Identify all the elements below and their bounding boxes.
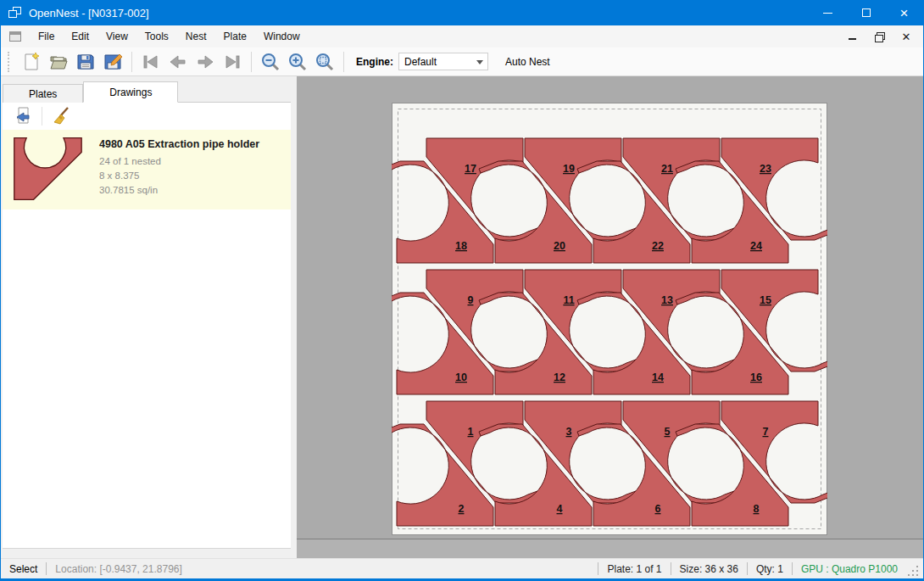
status-mode: Select — [9, 563, 37, 575]
tab-drawings[interactable]: Drawings — [83, 81, 178, 103]
zoom-in-icon — [287, 52, 308, 72]
part-number-13: 13 — [661, 294, 673, 306]
part-number-24: 24 — [750, 240, 762, 252]
drawing-size: 8 x 8.375 — [99, 169, 259, 183]
engine-label: Engine: — [356, 56, 393, 68]
mdi-document-icon — [9, 31, 21, 42]
plate-drawing[interactable]: 171819202122232491011121314151612345678 — [392, 103, 827, 535]
part-number-14: 14 — [652, 372, 664, 383]
menu-tools[interactable]: Tools — [136, 27, 177, 46]
menu-plate[interactable]: Plate — [215, 27, 255, 46]
status-separator — [792, 562, 793, 575]
import-drawing-icon — [13, 106, 33, 126]
part-number-21: 21 — [661, 163, 673, 175]
toolbar-separator — [343, 52, 344, 72]
status-gpu: GPU : Quadro P1000 — [801, 563, 898, 575]
part-number-1: 1 — [468, 426, 474, 438]
panel-scrollbar[interactable] — [3, 548, 291, 558]
save-as-icon — [103, 52, 123, 72]
status-separator — [747, 562, 748, 575]
import-drawing-button[interactable] — [11, 105, 35, 127]
engine-value: Default — [404, 56, 437, 68]
part-number-16: 16 — [750, 372, 762, 383]
zoom-extents-icon — [314, 52, 335, 72]
part-number-10: 10 — [455, 372, 467, 383]
next-plate-button[interactable] — [193, 50, 217, 74]
drawing-area: 30.7815 sq/in — [99, 183, 259, 198]
status-separator — [598, 562, 598, 575]
mdi-restore-icon — [875, 32, 884, 42]
menu-bar: File Edit View Tools Nest Plate Window ✕ — [1, 25, 923, 47]
menu-view[interactable]: View — [97, 27, 136, 46]
new-file-button[interactable] — [19, 50, 43, 74]
content-area: Plates Drawings — [1, 76, 923, 558]
last-plate-button[interactable] — [220, 50, 244, 74]
previous-plate-icon — [168, 52, 188, 72]
part-number-2: 2 — [459, 503, 465, 515]
zoom-extents-button[interactable] — [313, 50, 337, 74]
toolbar-separator — [251, 52, 252, 72]
clear-icon — [51, 106, 71, 126]
minimize-icon — [823, 13, 832, 14]
tab-plates[interactable]: Plates — [3, 84, 83, 103]
toolbar-grip[interactable] — [8, 52, 13, 72]
menu-edit[interactable]: Edit — [63, 27, 97, 46]
maximize-button[interactable] — [847, 0, 885, 25]
minimize-button[interactable] — [809, 0, 847, 25]
part-number-9: 9 — [468, 294, 474, 306]
part-number-11: 11 — [563, 294, 574, 306]
menu-nest[interactable]: Nest — [177, 27, 215, 46]
part-thumbnail — [13, 137, 91, 201]
next-plate-icon — [195, 52, 215, 72]
part-number-8: 8 — [754, 503, 760, 515]
close-button[interactable]: × — [885, 0, 923, 25]
drawing-title: 4980 A05 Extraction pipe holder — [99, 138, 259, 150]
mdi-close-icon: ✕ — [902, 31, 911, 43]
save-icon — [75, 52, 96, 72]
open-file-button[interactable] — [47, 50, 70, 74]
window-title: OpenNest - [N0317-002] — [29, 7, 149, 20]
mdi-close-button[interactable]: ✕ — [899, 30, 913, 43]
drawings-toolbar — [3, 103, 291, 130]
status-separator — [671, 562, 671, 575]
part-number-22: 22 — [652, 240, 664, 252]
status-plate-size: Size: 36 x 36 — [680, 563, 738, 575]
first-plate-button[interactable] — [139, 50, 163, 74]
status-qty: Qty: 1 — [756, 563, 783, 575]
left-panel: Plates Drawings — [1, 76, 297, 558]
drawing-list-item[interactable]: 4980 A05 Extraction pipe holder 24 of 1 … — [3, 130, 291, 209]
part-thumbnail-shape — [14, 138, 81, 200]
menu-file[interactable]: File — [30, 27, 63, 46]
auto-nest-button[interactable]: Auto Nest — [500, 53, 555, 71]
close-icon: × — [900, 6, 909, 20]
part-number-23: 23 — [760, 163, 771, 175]
status-location: Location: [-0.9437, 21.8796] — [55, 563, 181, 575]
engine-select[interactable]: Default — [398, 53, 488, 70]
drawing-list-empty-area — [3, 209, 291, 548]
save-button[interactable] — [74, 50, 97, 74]
part-number-7: 7 — [763, 426, 769, 438]
part-number-17: 17 — [465, 163, 476, 175]
panel-toolbar-separator — [42, 107, 42, 126]
part-number-20: 20 — [554, 240, 565, 252]
open-file-icon — [48, 52, 69, 72]
mdi-minimize-button[interactable] — [845, 30, 859, 43]
chevron-down-icon — [476, 60, 483, 64]
app-window: OpenNest - [N0317-002] × File Edit View … — [0, 0, 924, 581]
nesting-canvas[interactable]: 171819202122232491011121314151612345678 — [297, 76, 923, 558]
clear-button[interactable] — [49, 105, 73, 127]
status-separator — [46, 562, 47, 575]
mdi-restore-button[interactable] — [872, 30, 886, 43]
canvas-horizontal-scrollbar[interactable] — [297, 539, 923, 558]
previous-plate-button[interactable] — [166, 50, 190, 74]
zoom-in-button[interactable] — [286, 50, 309, 74]
resize-grip-icon[interactable] — [908, 566, 920, 578]
last-plate-icon — [222, 52, 242, 72]
mdi-minimize-icon — [849, 38, 856, 40]
menu-window[interactable]: Window — [255, 27, 309, 46]
save-as-button[interactable] — [101, 50, 125, 74]
part-number-15: 15 — [760, 294, 771, 306]
first-plate-icon — [141, 52, 161, 72]
toolbar-separator — [131, 52, 132, 72]
zoom-out-button[interactable] — [259, 50, 282, 74]
